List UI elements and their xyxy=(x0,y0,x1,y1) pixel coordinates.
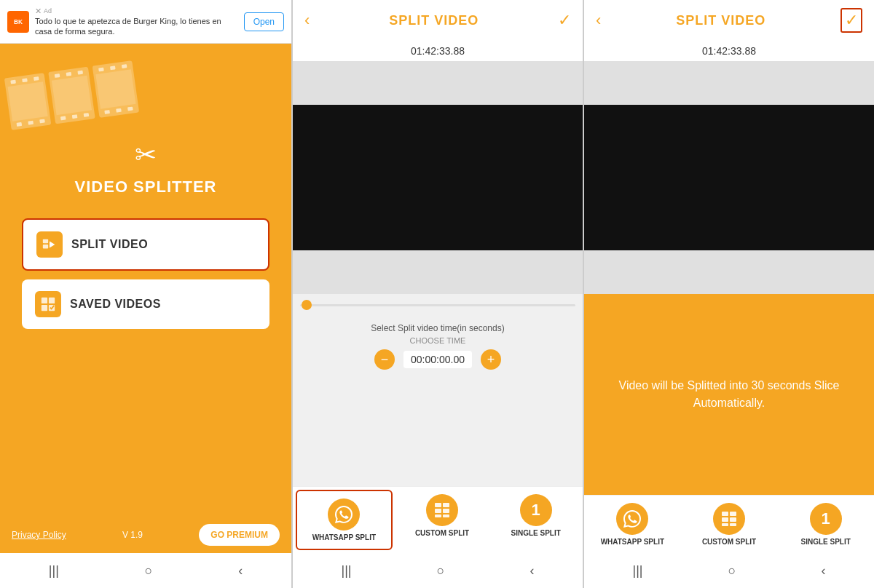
film-hole xyxy=(10,80,16,84)
header-title-2: SPLIT VIDEO xyxy=(389,13,479,28)
time-display-2: 01:42:33.88 xyxy=(293,41,583,61)
svg-text:BK: BK xyxy=(14,18,23,25)
navigation-bar: ||| ○ ‹ xyxy=(0,553,291,588)
nav-home-icon[interactable]: ○ xyxy=(145,563,153,579)
tab-whatsapp-split-2[interactable]: WHATSAPP SPLIT xyxy=(296,490,393,550)
film-hole xyxy=(84,113,90,117)
choose-label: CHOOSE TIME xyxy=(300,336,575,345)
video-preview-bottom-3 xyxy=(584,250,874,294)
tab-single-split-2[interactable]: 1 SINGLE SPLIT xyxy=(489,487,583,553)
film-card-1 xyxy=(4,73,51,130)
single-icon-2: 1 xyxy=(520,494,552,526)
custom-icon-2 xyxy=(426,494,458,526)
tab-single-label-3: SINGLE SPLIT xyxy=(801,538,851,546)
nav-back-icon-2[interactable]: ‹ xyxy=(529,563,534,579)
film-hole xyxy=(104,110,110,114)
svg-rect-11 xyxy=(435,509,441,513)
svg-rect-16 xyxy=(730,512,736,516)
film-hole xyxy=(34,76,39,81)
go-premium-button[interactable]: GO PREMIUM xyxy=(199,524,280,546)
svg-rect-9 xyxy=(435,503,441,507)
split-video-panel-2: ‹ SPLIT VIDEO ✓ 01:42:33.88 Select Split… xyxy=(291,0,583,588)
film-hole xyxy=(122,64,127,68)
film-art-decoration xyxy=(4,60,139,130)
tab-whatsapp-split-3[interactable]: WHATSAPP SPLIT xyxy=(584,496,681,553)
split-video-icon xyxy=(36,231,63,258)
tab-custom-label-3: CUSTOM SPLIT xyxy=(702,538,756,546)
svg-rect-20 xyxy=(730,523,736,526)
film-card-3 xyxy=(92,60,139,118)
split-tabs-2: WHATSAPP SPLIT CUSTOM SPLIT 1 SINGLE SPL… xyxy=(293,486,583,553)
auto-split-message: Video will be Splitted into 30 seconds S… xyxy=(584,294,874,495)
svg-rect-15 xyxy=(722,512,728,516)
whatsapp-icon-2 xyxy=(328,498,360,531)
whatsapp-icon-3 xyxy=(616,503,648,535)
video-preview-top-2 xyxy=(293,61,583,105)
navigation-bar-2: ||| ○ ‹ xyxy=(293,553,583,588)
ad-text: Todo lo que te apetezca de Burger King, … xyxy=(35,16,238,37)
svg-rect-19 xyxy=(722,523,728,526)
video-preview-bottom-2 xyxy=(293,250,583,294)
nav-menu-icon-3[interactable]: ||| xyxy=(633,563,643,579)
nav-home-icon-3[interactable]: ○ xyxy=(728,563,736,579)
film-hole xyxy=(22,78,28,82)
svg-rect-18 xyxy=(730,517,736,522)
back-button-3[interactable]: ‹ xyxy=(596,11,601,30)
ad-open-button[interactable]: Open xyxy=(244,12,284,31)
time-display-3: 01:42:33.88 xyxy=(584,41,874,61)
tab-single-label-2: SINGLE SPLIT xyxy=(511,529,561,537)
choose-time-section: Select Split video time(in seconds) CHOO… xyxy=(293,316,583,377)
ad-brand-icon: BK xyxy=(7,11,29,33)
scissors-icon: ✂ xyxy=(135,140,157,170)
nav-menu-icon[interactable]: ||| xyxy=(49,563,59,579)
timeline-track-2[interactable] xyxy=(300,304,575,306)
film-hole xyxy=(78,71,84,75)
film-hole xyxy=(98,68,104,72)
time-decrease-button[interactable]: − xyxy=(374,349,395,370)
svg-rect-7 xyxy=(42,305,47,311)
video-player-2[interactable] xyxy=(293,105,583,250)
timeline-bar-2[interactable] xyxy=(293,294,583,316)
auto-split-text: Video will be Splitted into 30 seconds S… xyxy=(599,377,859,412)
time-control: − 00:00:00.00 + xyxy=(300,349,575,370)
bottom-bar: Privacy Policy V 1.9 GO PREMIUM xyxy=(0,517,291,553)
timeline-thumb-2[interactable] xyxy=(302,300,312,310)
single-icon-3: 1 xyxy=(810,503,842,535)
ad-close-icon[interactable]: ✕ xyxy=(35,7,42,16)
app-title: VIDEO SPLITTER xyxy=(75,178,217,196)
svg-rect-5 xyxy=(42,298,47,303)
saved-videos-label: SAVED VIDEOS xyxy=(70,298,161,311)
tab-custom-label-2: CUSTOM SPLIT xyxy=(415,529,469,537)
check-button-2[interactable]: ✓ xyxy=(558,11,571,30)
video-player-3[interactable] xyxy=(584,105,874,250)
video-preview-top-3 xyxy=(584,61,874,105)
split-tabs-3: WHATSAPP SPLIT CUSTOM SPLIT 1 SINGLE SPL… xyxy=(584,495,874,553)
time-increase-button[interactable]: + xyxy=(481,349,501,370)
select-label: Select Split video time(in seconds) xyxy=(300,323,575,333)
nav-back-icon-3[interactable]: ‹ xyxy=(821,563,825,579)
privacy-policy-link[interactable]: Privacy Policy xyxy=(12,530,66,540)
film-middle xyxy=(7,82,47,121)
version-text: V 1.9 xyxy=(122,530,143,540)
back-button-2[interactable]: ‹ xyxy=(304,11,310,30)
nav-home-icon-2[interactable]: ○ xyxy=(437,563,445,579)
tab-single-split-3[interactable]: 1 SINGLE SPLIT xyxy=(777,496,874,553)
tab-custom-split-2[interactable]: CUSTOM SPLIT xyxy=(395,487,489,553)
split-video-button[interactable]: SPLIT VIDEO xyxy=(22,218,269,271)
svg-rect-10 xyxy=(443,503,449,507)
orange-main-area: ✂ VIDEO SPLITTER SPLIT VIDEO xyxy=(0,44,291,517)
tab-whatsapp-label-3: WHATSAPP SPLIT xyxy=(601,538,664,546)
film-hole xyxy=(66,72,72,76)
film-hole xyxy=(72,114,78,119)
saved-videos-icon xyxy=(35,291,61,317)
nav-back-icon[interactable]: ‹ xyxy=(238,563,243,579)
check-button-3[interactable]: ✓ xyxy=(840,8,862,33)
svg-marker-4 xyxy=(50,241,55,247)
saved-videos-button[interactable]: SAVED VIDEOS xyxy=(22,279,269,329)
nav-menu-icon-2[interactable]: ||| xyxy=(342,563,352,579)
custom-icon-3 xyxy=(713,503,745,535)
film-hole xyxy=(127,106,133,111)
svg-rect-17 xyxy=(722,517,728,522)
tab-custom-split-3[interactable]: CUSTOM SPLIT xyxy=(681,496,778,553)
film-card-2 xyxy=(48,67,95,124)
